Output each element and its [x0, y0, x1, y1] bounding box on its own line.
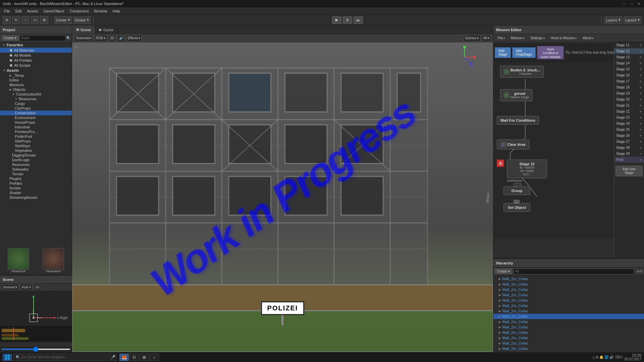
asset-editor[interactable]: Editor: [0, 78, 72, 82]
audio-button[interactable]: 🔊: [117, 35, 125, 42]
node-group[interactable]: Group: [503, 186, 530, 195]
asset-industrial[interactable]: Industrial: [0, 125, 72, 129]
asset-siteways[interactable]: SiteWays: [0, 143, 72, 148]
menu-help[interactable]: Help: [110, 8, 123, 14]
step-button[interactable]: ⏭: [354, 16, 363, 24]
asset-primitiveprops[interactable]: PrimitivePro...: [0, 129, 72, 134]
bottom-rgb-dropdown[interactable]: RGB ▾: [20, 284, 33, 291]
create-button[interactable]: Create ▾: [1, 35, 19, 41]
mission-menu-about[interactable]: About: [580, 36, 596, 41]
hier-wall-11[interactable]: ▶Wall_2m_Cellar: [493, 330, 644, 335]
stage-list-item-19[interactable]: Stage 19 ✕: [614, 90, 644, 97]
node-set-object[interactable]: Set Object: [503, 203, 530, 212]
hier-wall-12[interactable]: ▶Wall_2m_Cellar: [493, 335, 644, 341]
minimize-button[interactable]: ─: [622, 1, 627, 6]
close-button[interactable]: ✕: [637, 1, 641, 6]
favorites-all-models[interactable]: ◉All Models: [0, 53, 72, 58]
favorites-all-materials[interactable]: ◉All Materials: [0, 48, 72, 53]
hier-wall-5[interactable]: ▶Wall_2m_Cellar: [493, 298, 644, 303]
bottom-textured-dropdown[interactable]: Textured ▾: [1, 284, 19, 291]
mission-menu-mission[interactable]: Mission: [508, 36, 527, 41]
hier-wall-10[interactable]: ▶Wall_2m_Cellar: [493, 324, 644, 330]
stage-list-item-23[interactable]: Stage 23 ✕: [614, 115, 644, 121]
mission-menu-hook[interactable]: Hook to Mission: [548, 36, 579, 41]
favorites-all-scripts[interactable]: ◉All Scripts: [0, 63, 72, 68]
stage11-remove-icon[interactable]: ✕: [639, 44, 642, 47]
asset-plugins[interactable]: Plugins: [0, 176, 72, 181]
asset-houseprops[interactable]: HouseProps: [0, 120, 72, 125]
space-dropdown[interactable]: Global ▾: [73, 16, 91, 24]
stage-list-item-15[interactable]: Stage 15 ✕: [614, 66, 644, 72]
stage-list-item-28[interactable]: Stage 28 ✕: [614, 145, 644, 151]
asset-missions[interactable]: Missions: [0, 82, 72, 87]
asset-construction[interactable]: Construction: [0, 111, 72, 115]
stage-list-item-29[interactable]: Stage 29 ✕: [614, 151, 644, 157]
asset-environment[interactable]: Environment: [0, 115, 72, 120]
mission-menu-settings[interactable]: Settings: [528, 36, 547, 41]
menu-file[interactable]: File: [1, 8, 13, 14]
menu-assets[interactable]: Assets: [24, 8, 41, 14]
asset-resources[interactable]: ▼Resources: [0, 97, 72, 101]
add-new-stage-button[interactable]: Add new Stage: [615, 166, 643, 176]
hier-wall-3[interactable]: ▶Wall_2m_Cellar: [493, 287, 644, 292]
stage-list-item-27[interactable]: Stage 27 ✕: [614, 139, 644, 145]
stage-list-item-25[interactable]: Stage 25 ✕: [614, 127, 644, 133]
asset-prefabs[interactable]: Prefabs: [0, 181, 72, 186]
stage25-remove-icon[interactable]: ✕: [639, 128, 642, 131]
2d-button[interactable]: 2D: [108, 35, 116, 42]
stage-list-item-18[interactable]: Stage 18 ✕: [614, 84, 644, 90]
stage20-remove-icon[interactable]: ✕: [639, 98, 642, 101]
stage16-remove-icon[interactable]: ✕: [639, 74, 642, 77]
tab-game[interactable]: ▶ Game: [95, 25, 118, 34]
menu-component[interactable]: Component: [67, 8, 91, 14]
asset-cargo[interactable]: Cargo: [0, 101, 72, 106]
hierarchy-search-input[interactable]: [514, 268, 634, 275]
stage29-remove-icon[interactable]: ✕: [639, 152, 642, 156]
stage24-remove-icon[interactable]: ✕: [639, 122, 642, 125]
layout-dropdown[interactable]: Layout ▾: [624, 16, 641, 24]
effects-dropdown[interactable]: Effects ▾: [126, 35, 142, 42]
maximize-button[interactable]: □: [629, 1, 634, 6]
hier-wall-9[interactable]: ▶Wall_2m_Cellar: [493, 319, 644, 324]
stage27-remove-icon[interactable]: ✕: [639, 140, 642, 143]
stage23-remove-icon[interactable]: ✕: [639, 116, 642, 119]
stage19-remove-icon[interactable]: ✕: [639, 92, 642, 95]
hier-wall-8[interactable]: ▶Wall_2m_Cellar: [493, 314, 644, 319]
menu-edit[interactable]: Edit: [13, 8, 24, 14]
transform-tool-button[interactable]: ⊞: [40, 16, 48, 24]
asset-siteprops[interactable]: SiteProps: [0, 139, 72, 143]
stage-list-item-13[interactable]: Stage 13 ✕: [614, 54, 644, 60]
textured-dropdown[interactable]: Textured ▾: [74, 35, 93, 42]
asset-diggingterrain[interactable]: DiggingTerrain: [0, 153, 72, 158]
stage-list-item-17[interactable]: Stage 17 ✕: [614, 78, 644, 84]
asset-resources2[interactable]: Resources: [0, 162, 72, 167]
scale-tool-button[interactable]: ↔: [21, 16, 30, 24]
node-clear-area[interactable]: □ Clear Area: [497, 139, 529, 149]
stage-list-item-11[interactable]: Stage 11 ✕: [614, 42, 644, 48]
favorites-header[interactable]: ▼ Favorites: [0, 42, 72, 48]
taskbar-app-4[interactable]: ♪: [150, 354, 159, 361]
node-wait-conditions[interactable]: Wait For Conditions: [497, 116, 539, 125]
menu-window[interactable]: Window: [91, 8, 110, 14]
pivot-dropdown[interactable]: Center ▾: [54, 16, 72, 24]
hier-wall-7[interactable]: ▶Wall_2m_Cellar: [493, 308, 644, 314]
stage-list-item-20[interactable]: Stage 20 ✕: [614, 97, 644, 103]
stage22-remove-icon[interactable]: ✕: [639, 110, 642, 113]
mission-menu-file[interactable]: File: [495, 36, 507, 41]
node-stage12[interactable]: Stage 12 €t: +20000 XP: 20000 To P...: [507, 160, 547, 178]
scene-close-icon[interactable]: ✕: [75, 45, 78, 50]
microphone-button[interactable]: 🎤: [109, 354, 117, 361]
stage-list-item-16[interactable]: Stage 16 ✕: [614, 72, 644, 78]
stage-list-item-26[interactable]: Stage 26 ✕: [614, 133, 644, 139]
asset-sidewalks[interactable]: Sidewalks: [0, 167, 72, 172]
scene-view[interactable]: Work in Progress < Persp X: [72, 42, 493, 352]
node-gerust[interactable]: □ gerust Deliver Cargo: [500, 89, 533, 101]
asset-temp[interactable]: ▶_Temp: [0, 73, 72, 78]
search-input[interactable]: [19, 35, 66, 41]
asset-terrain[interactable]: Terrain: [0, 172, 72, 176]
hier-wall-2[interactable]: ▶Wall_2m_Cellar: [493, 282, 644, 287]
stage18-remove-icon[interactable]: ✕: [639, 86, 642, 89]
pause-button[interactable]: ⏸: [343, 16, 352, 24]
add-final-stage-button[interactable]: AddFinalStage: [512, 47, 536, 58]
bottom-2d-button[interactable]: 2D: [34, 284, 41, 291]
